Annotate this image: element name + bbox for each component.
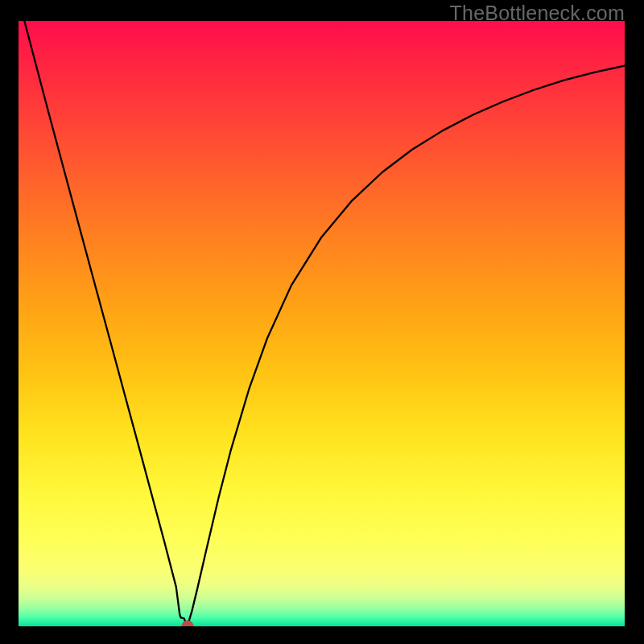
watermark-text: TheBottleneck.com — [450, 2, 625, 25]
chart-container: TheBottleneck.com — [0, 0, 644, 644]
plot-area — [19, 21, 625, 626]
bottleneck-curve — [19, 21, 625, 626]
